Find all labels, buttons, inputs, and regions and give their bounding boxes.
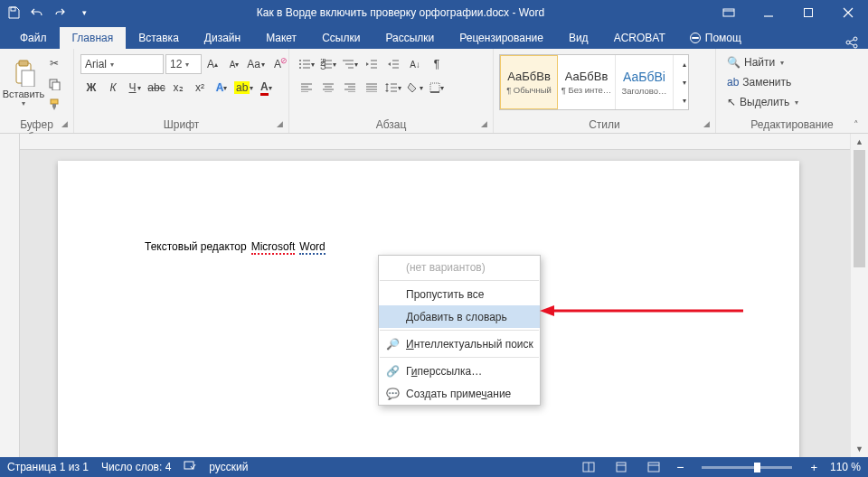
style-normal[interactable]: АаБбВв ¶ Обычный	[500, 55, 558, 109]
zoom-out-icon[interactable]: −	[676, 460, 684, 474]
scrollbar-thumb[interactable]	[854, 150, 865, 267]
format-painter-icon[interactable]	[44, 95, 64, 115]
web-layout-icon[interactable]	[644, 460, 664, 474]
qat-customize-icon[interactable]: ▾	[76, 5, 92, 21]
align-right-icon[interactable]	[340, 78, 360, 98]
bullets-icon[interactable]: ▾	[297, 54, 316, 74]
show-marks-icon[interactable]: ¶	[427, 54, 447, 74]
underline-button[interactable]: Ч▾	[125, 78, 145, 98]
document-text[interactable]: Текстовый редактор Microsoft Word	[145, 240, 712, 255]
tab-view[interactable]: Вид	[556, 27, 601, 49]
status-page[interactable]: Страница 1 из 1	[7, 461, 89, 473]
close-icon[interactable]	[828, 0, 868, 25]
svg-rect-57	[430, 83, 439, 92]
styles-launcher-icon[interactable]: ◢	[703, 119, 710, 128]
maximize-icon[interactable]	[788, 0, 828, 25]
font-name-combo[interactable]: Arial▾	[80, 54, 164, 74]
font-color-icon[interactable]: A▾	[256, 78, 276, 98]
tab-references[interactable]: Ссылки	[309, 27, 373, 49]
redo-icon[interactable]	[52, 5, 69, 21]
cm-ignore-all[interactable]: Пропустить все	[379, 283, 540, 305]
italic-button[interactable]: К	[103, 78, 123, 98]
svg-rect-0	[11, 7, 15, 11]
styles-more-icon[interactable]: ▾	[675, 91, 694, 109]
multilevel-list-icon[interactable]: ▾	[340, 54, 360, 74]
shading-icon[interactable]: ▾	[405, 78, 425, 98]
paragraph-launcher-icon[interactable]: ◢	[481, 119, 487, 128]
find-button[interactable]: 🔍Найти▾	[725, 53, 800, 71]
share-icon[interactable]	[835, 36, 868, 49]
grammar-word[interactable]: Word	[299, 240, 325, 255]
tab-review[interactable]: Рецензирование	[447, 27, 556, 49]
minimize-icon[interactable]	[749, 0, 788, 25]
save-icon[interactable]	[5, 5, 22, 21]
print-layout-icon[interactable]	[611, 460, 631, 474]
paste-button[interactable]: Вставить ▾	[4, 51, 43, 116]
zoom-in-icon[interactable]: +	[810, 461, 817, 474]
tab-file[interactable]: Файл	[7, 27, 60, 49]
undo-icon[interactable]	[29, 5, 45, 21]
svg-point-8	[854, 37, 857, 41]
cut-icon[interactable]: ✂	[44, 53, 64, 73]
decrease-indent-icon[interactable]	[362, 54, 382, 74]
clear-formatting-icon[interactable]: A⊘	[268, 54, 288, 74]
collapse-ribbon-icon[interactable]: ˄	[848, 119, 864, 131]
status-word-count[interactable]: Число слов: 4	[101, 461, 171, 473]
font-launcher-icon[interactable]: ◢	[277, 119, 283, 128]
shrink-font-icon[interactable]: A▾	[224, 54, 244, 74]
style-no-spacing[interactable]: АаБбВв ¶ Без инте…	[558, 55, 616, 109]
superscript-button[interactable]: x²	[190, 78, 210, 98]
svg-marker-60	[540, 305, 554, 316]
borders-icon[interactable]: ▾	[427, 78, 447, 98]
tab-mailings[interactable]: Рассылки	[373, 27, 447, 49]
tab-home[interactable]: Главная	[60, 27, 127, 49]
scroll-down-icon[interactable]: ▼	[851, 441, 868, 457]
align-left-icon[interactable]	[297, 78, 316, 98]
copy-icon[interactable]	[44, 74, 64, 94]
tell-me[interactable]: Помощ	[678, 27, 752, 49]
subscript-button[interactable]: x₂	[168, 78, 188, 98]
font-size-combo[interactable]: 12▾	[165, 54, 202, 74]
tab-design[interactable]: Дизайн	[192, 27, 253, 49]
cm-add-to-dictionary[interactable]: Добавить в словарь	[379, 305, 540, 328]
ribbon: Вставить ▾ ✂ Буфер обм…◢ Arial▾ 12▾ A▴ A…	[0, 49, 868, 134]
style-heading1[interactable]: АаБбВі Заголово…	[616, 55, 674, 109]
bold-button[interactable]: Ж	[81, 78, 101, 98]
styles-gallery[interactable]: АаБбВв ¶ Обычный АаБбВв ¶ Без инте… АаБб…	[499, 54, 689, 110]
replace-button[interactable]: abЗаменить	[725, 73, 800, 91]
select-icon: ↖	[727, 96, 736, 108]
status-language[interactable]: русский	[209, 461, 248, 473]
ribbon-display-icon[interactable]	[709, 0, 749, 25]
strikethrough-button[interactable]: abc	[146, 78, 166, 98]
change-case-icon[interactable]: Aa▾	[246, 54, 266, 74]
cm-smart-lookup[interactable]: 🔎Интеллектуальный поиск	[379, 332, 540, 355]
grow-font-icon[interactable]: A▴	[203, 54, 222, 74]
styles-down-icon[interactable]: ▾	[675, 73, 694, 91]
tab-acrobat[interactable]: ACROBAT	[601, 27, 678, 49]
status-spellcheck-icon[interactable]	[184, 461, 196, 474]
vertical-scrollbar[interactable]: ▲ ▼	[850, 134, 868, 457]
styles-up-icon[interactable]: ▴	[675, 55, 694, 73]
text-effects-icon[interactable]: A▾	[212, 78, 231, 98]
cm-new-comment[interactable]: 💬Создать примечание	[379, 382, 540, 405]
scroll-up-icon[interactable]: ▲	[851, 134, 868, 150]
line-spacing-icon[interactable]: ▾	[383, 78, 403, 98]
svg-rect-66	[648, 463, 659, 472]
clipboard-launcher-icon[interactable]: ◢	[61, 119, 68, 128]
tab-layout[interactable]: Макет	[253, 27, 309, 49]
sort-icon[interactable]: A↓	[405, 54, 425, 74]
document-area[interactable]: Текстовый редактор Microsoft Word (нет в…	[20, 134, 850, 457]
tab-insert[interactable]: Вставка	[126, 27, 192, 49]
read-mode-icon[interactable]	[579, 460, 599, 474]
select-button[interactable]: ↖Выделить▾	[725, 93, 800, 111]
svg-point-16	[299, 60, 301, 61]
highlight-icon[interactable]: ab▾	[233, 78, 254, 98]
cm-hyperlink[interactable]: 🔗Гиперссылка…	[379, 360, 540, 382]
justify-icon[interactable]	[362, 78, 382, 98]
numbering-icon[interactable]: 123▾	[318, 54, 338, 74]
align-center-icon[interactable]	[318, 78, 338, 98]
increase-indent-icon[interactable]	[383, 54, 403, 74]
zoom-level[interactable]: 110 %	[830, 461, 861, 473]
misspelled-word[interactable]: Microsoft	[251, 240, 296, 255]
zoom-slider[interactable]	[702, 466, 792, 469]
